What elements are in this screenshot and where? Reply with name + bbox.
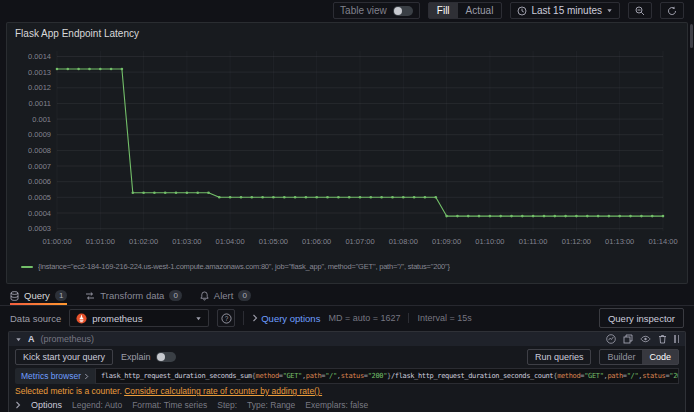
chevron-down-icon — [606, 7, 613, 14]
actual-button[interactable]: Actual — [458, 3, 502, 18]
svg-text:01:11:00: 01:11:00 — [519, 237, 548, 246]
time-range-label: Last 15 minutes — [531, 5, 602, 16]
legend-series-marker — [21, 266, 33, 268]
svg-text:01:12:00: 01:12:00 — [562, 237, 591, 246]
svg-text:0.0005: 0.0005 — [28, 193, 51, 202]
svg-text:?: ? — [224, 314, 228, 321]
query-row-header[interactable]: A (prometheus) — [9, 332, 685, 346]
svg-text:01:05:00: 01:05:00 — [259, 237, 288, 246]
graph-icon[interactable] — [606, 334, 616, 344]
svg-text:0.0007: 0.0007 — [28, 162, 51, 171]
svg-text:01:06:00: 01:06:00 — [302, 237, 331, 246]
latency-chart-svg[interactable]: 0.00140.00130.00120.00110.0010.00090.000… — [15, 41, 693, 260]
query-row-actions — [606, 334, 679, 344]
duplicate-icon[interactable] — [623, 334, 633, 344]
query-datasource-hint: (prometheus) — [41, 334, 95, 344]
run-queries-button[interactable]: Run queries — [527, 349, 592, 365]
svg-text:01:01:00: 01:01:00 — [86, 237, 115, 246]
svg-text:01:04:00: 01:04:00 — [215, 237, 244, 246]
trash-icon[interactable] — [658, 334, 667, 344]
table-view-label: Table view — [340, 5, 387, 16]
query-ref-id: A — [28, 334, 35, 344]
scrollbar-thumb[interactable] — [690, 24, 693, 48]
latency-panel: Flask App Endpoint Latency 0.00140.00130… — [6, 22, 688, 284]
warning-text: Selected metric is a counter. — [15, 386, 122, 396]
zoom-out-icon — [635, 6, 645, 16]
chevron-down-icon — [15, 336, 22, 343]
explain-control: Explain — [121, 352, 176, 362]
query-toolbar-row: Kick start your query Explain Run querie… — [9, 346, 685, 368]
tab-alert[interactable]: Alert 0 — [200, 286, 251, 305]
svg-text:0.001: 0.001 — [32, 115, 51, 124]
svg-text:01:09:00: 01:09:00 — [432, 237, 461, 246]
svg-text:0.0008: 0.0008 — [28, 146, 51, 155]
zoom-out-button[interactable] — [628, 2, 652, 19]
refresh-button[interactable] — [660, 2, 684, 19]
explain-toggle[interactable] — [156, 352, 176, 362]
tab-transform-data[interactable]: Transform data 0 — [85, 286, 182, 305]
bell-icon — [200, 291, 209, 301]
table-view-control: Table view — [333, 2, 420, 19]
eye-icon[interactable] — [640, 334, 651, 344]
code-mode-button[interactable]: Code — [642, 350, 678, 364]
transform-icon — [85, 291, 95, 301]
svg-text:0.0004: 0.0004 — [28, 209, 51, 218]
warning-rate-link[interactable]: Consider calculating rate of counter by … — [124, 386, 322, 396]
tab-transform-label: Transform data — [100, 290, 164, 301]
svg-text:0.0003: 0.0003 — [28, 224, 51, 233]
options-row[interactable]: Options Legend: AutoFormat: Time seriesS… — [9, 397, 685, 412]
chevron-right-icon — [84, 373, 89, 380]
svg-text:01:03:00: 01:03:00 — [172, 237, 201, 246]
counter-warning: Selected metric is a counter. Consider c… — [9, 384, 685, 397]
tab-query-label: Query — [24, 290, 50, 301]
refresh-icon — [667, 6, 677, 16]
options-label: Options — [31, 400, 62, 410]
datasource-label: Data source — [10, 313, 61, 324]
builder-mode-button[interactable]: Builder — [600, 350, 642, 364]
divider — [243, 311, 244, 325]
svg-text:0.0014: 0.0014 — [28, 52, 51, 61]
svg-text:0.0006: 0.0006 — [28, 177, 51, 186]
kick-start-query-button[interactable]: Kick start your query — [15, 349, 113, 365]
query-inspector-button[interactable]: Query inspector — [599, 308, 684, 328]
svg-text:0.0009: 0.0009 — [28, 130, 51, 139]
svg-text:01:10:00: 01:10:00 — [475, 237, 504, 246]
datasource-name: prometheus — [92, 313, 190, 324]
query-row-card: A (prometheus) Kick start your query Exp… — [8, 331, 686, 412]
chevron-right-icon — [252, 314, 258, 322]
svg-text:01:02:00: 01:02:00 — [129, 237, 158, 246]
query-options-label: Query options — [261, 313, 320, 324]
panel-title: Flask App Endpoint Latency — [15, 26, 679, 41]
svg-text:01:08:00: 01:08:00 — [389, 237, 418, 246]
svg-text:01:07:00: 01:07:00 — [345, 237, 374, 246]
svg-text:01:13:00: 01:13:00 — [605, 237, 634, 246]
metrics-browser-button[interactable]: Metrics browser — [15, 368, 95, 384]
display-mode-group: Fill Actual — [428, 2, 503, 19]
editor-tabs: Query 1 Transform data 0 Alert 0 — [0, 286, 694, 306]
svg-text:01:14:00: 01:14:00 — [648, 237, 677, 246]
svg-text:0.0013: 0.0013 — [28, 68, 51, 77]
tab-alert-label: Alert — [214, 290, 234, 301]
drag-handle-icon[interactable] — [674, 335, 679, 343]
fill-button[interactable]: Fill — [429, 3, 458, 18]
datasource-help-button[interactable]: ? — [217, 309, 235, 327]
datasource-picker[interactable]: prometheus — [69, 309, 209, 327]
tab-alert-count: 0 — [238, 290, 250, 301]
editor-mode-group: Builder Code — [599, 349, 679, 365]
table-view-toggle[interactable] — [393, 6, 413, 16]
time-range-picker[interactable]: Last 15 minutes — [510, 2, 620, 19]
query-editor-row: Metrics browser flask_http_request_durat… — [15, 368, 679, 384]
explain-label: Explain — [121, 352, 151, 362]
query-options-summary: MD = auto = 1627Interval = 15s — [328, 313, 471, 323]
tab-query-count: 1 — [55, 290, 67, 301]
datasource-bar: Data source prometheus ? Query options M… — [0, 306, 694, 330]
database-icon — [10, 291, 19, 301]
tab-query[interactable]: Query 1 — [10, 286, 67, 305]
tab-transform-count: 0 — [169, 290, 181, 301]
query-expression-input[interactable]: flask_http_request_duration_seconds_sum{… — [95, 368, 679, 384]
metrics-browser-label: Metrics browser — [21, 371, 81, 381]
editor-toolbar: Table view Fill Actual Last 15 minutes — [0, 0, 694, 21]
legend-item[interactable]: {instance="ec2-184-169-216-224.us-west-1… — [15, 260, 679, 273]
svg-text:01:00:00: 01:00:00 — [42, 237, 71, 246]
query-options-toggle[interactable]: Query options — [252, 313, 320, 324]
